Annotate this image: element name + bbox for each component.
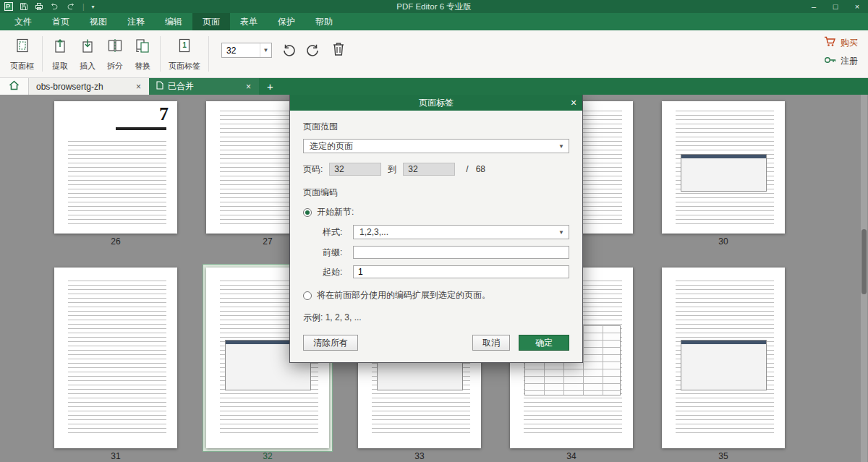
- maximize-button[interactable]: □: [825, 0, 846, 13]
- total-pages: / 68: [466, 164, 485, 174]
- buy-button[interactable]: 购买: [824, 36, 858, 49]
- buy-label: 购买: [841, 37, 858, 49]
- page-number-label: 35: [662, 451, 785, 461]
- extract-button[interactable]: 提取: [46, 33, 74, 75]
- to-page-input[interactable]: [403, 163, 455, 176]
- document-tabbar: obs-browsertg-zh × 已合并 × +: [0, 78, 868, 95]
- start-input[interactable]: [353, 265, 569, 278]
- cancel-button[interactable]: 取消: [472, 335, 510, 351]
- page-number-label: 33: [358, 451, 481, 461]
- style-select-value: 1,2,3,...: [359, 227, 388, 237]
- page-labels-button[interactable]: 1 页面标签: [164, 33, 205, 75]
- app-logo-icon: [4, 2, 13, 11]
- key-icon: [824, 55, 836, 67]
- tab-label: 已合并: [168, 80, 239, 93]
- page-thumbnail-26[interactable]: 726: [54, 101, 177, 234]
- page-range-select-value: 选定的页面: [310, 140, 353, 153]
- page-preview: 7: [54, 101, 177, 234]
- qat-customize-caret-icon[interactable]: ▾: [92, 4, 95, 10]
- page-preview: [662, 101, 785, 234]
- from-page-input[interactable]: [329, 163, 381, 176]
- page-number-label: 30: [662, 236, 785, 247]
- tab-close-icon[interactable]: ×: [244, 82, 253, 92]
- svg-text:1: 1: [182, 41, 187, 49]
- rotate-left-button[interactable]: [281, 43, 297, 59]
- rotate-right-button[interactable]: [305, 43, 320, 59]
- extend-numbering-radio[interactable]: 将在前面部分使用的编码扩展到选定的页面。: [303, 289, 569, 301]
- menu-item-help[interactable]: 帮助: [305, 13, 343, 30]
- menu-item-page[interactable]: 页面: [192, 13, 230, 30]
- save-icon[interactable]: [20, 2, 28, 11]
- page-preview: [54, 268, 177, 448]
- prefix-input[interactable]: [353, 246, 569, 259]
- menu-item-comment[interactable]: 注释: [117, 13, 155, 30]
- toolbar-divider: [160, 36, 161, 72]
- redo-icon[interactable]: [66, 2, 75, 11]
- menu-item-view[interactable]: 视图: [80, 13, 117, 30]
- start-row: 起始:: [323, 265, 569, 278]
- menu-item-form[interactable]: 表单: [230, 13, 268, 30]
- page-thumbnail-30[interactable]: 30: [662, 101, 785, 234]
- menu-item-edit[interactable]: 编辑: [155, 13, 192, 30]
- split-label: 拆分: [107, 61, 123, 72]
- dialog-close-icon[interactable]: ×: [565, 95, 582, 111]
- page-thumbnail-35[interactable]: 35: [662, 268, 785, 448]
- minimize-button[interactable]: –: [803, 0, 825, 13]
- replace-button[interactable]: 替换: [129, 33, 156, 75]
- undo-icon[interactable]: [50, 2, 59, 11]
- page-box-button[interactable]: 页面框: [6, 33, 38, 75]
- page-number-combo[interactable]: ▼: [221, 43, 272, 58]
- slash-separator: /: [466, 164, 468, 174]
- extend-numbering-label: 将在前面部分使用的编码扩展到选定的页面。: [317, 289, 490, 301]
- register-button[interactable]: 注册: [824, 55, 858, 67]
- insert-icon: [79, 35, 96, 56]
- replace-icon: [134, 35, 151, 56]
- tab-obs-browsertg-zh[interactable]: obs-browsertg-zh ×: [29, 78, 149, 95]
- qat-divider: |: [82, 3, 85, 11]
- close-button[interactable]: ×: [846, 0, 868, 13]
- toolbar-right-group: 购买 注册: [824, 36, 858, 67]
- radio-icon[interactable]: [303, 291, 312, 300]
- page-labels-dialog: 页面标签 × 页面范围 选定的页面 ▼ 页码: 到 / 68 页面编码: [289, 95, 583, 363]
- split-button[interactable]: 拆分: [101, 33, 129, 75]
- page-number-label: 26: [54, 236, 177, 247]
- menu-item-protect[interactable]: 保护: [268, 13, 305, 30]
- to-label: 到: [388, 163, 396, 176]
- delete-page-button[interactable]: [331, 41, 346, 59]
- insert-button[interactable]: 插入: [74, 33, 101, 75]
- start-new-section-radio[interactable]: 开始新节:: [303, 206, 569, 218]
- menu-item-home[interactable]: 首页: [42, 13, 80, 30]
- page-thumbnail-31[interactable]: 31: [54, 268, 177, 448]
- quick-access-toolbar: | ▾: [4, 2, 95, 11]
- home-icon: [9, 80, 20, 93]
- menu-item-file[interactable]: 文件: [4, 13, 42, 30]
- style-select[interactable]: 1,2,3,... ▼: [353, 225, 569, 239]
- split-icon: [106, 35, 124, 56]
- tab-label: obs-browsertg-zh: [36, 82, 134, 92]
- ok-button[interactable]: 确定: [519, 335, 569, 351]
- chevron-down-icon: ▼: [558, 229, 564, 236]
- home-tab[interactable]: [0, 78, 29, 95]
- style-label: 样式:: [323, 226, 353, 239]
- page-number-label: 34: [510, 451, 633, 461]
- clear-all-button[interactable]: 清除所有: [303, 335, 358, 351]
- page-number-input[interactable]: [222, 46, 255, 56]
- total-pages-value: 68: [476, 164, 485, 174]
- combo-caret-icon[interactable]: ▼: [260, 43, 271, 57]
- radio-icon[interactable]: [303, 208, 312, 217]
- vertical-scrollbar[interactable]: [861, 95, 867, 462]
- style-row: 样式: 1,2,3,... ▼: [323, 225, 569, 239]
- scrollbar-thumb[interactable]: [861, 229, 867, 294]
- dialog-body: 页面范围 选定的页面 ▼ 页码: 到 / 68 页面编码 开始新节:: [290, 111, 582, 362]
- new-tab-button[interactable]: +: [259, 78, 281, 95]
- print-icon[interactable]: [35, 2, 43, 11]
- dialog-title: 页面标签: [419, 97, 454, 109]
- start-label: 起始:: [323, 266, 353, 278]
- tab-close-icon[interactable]: ×: [134, 82, 143, 92]
- toolbar-divider: [42, 36, 43, 72]
- prefix-label: 前缀:: [323, 247, 353, 259]
- page-range-select[interactable]: 选定的页面 ▼: [303, 139, 569, 153]
- menu-items: 文件首页视图注释编辑页面表单保护帮助: [0, 13, 868, 30]
- tab-merged[interactable]: 已合并 ×: [149, 78, 259, 95]
- replace-label: 替换: [135, 61, 150, 72]
